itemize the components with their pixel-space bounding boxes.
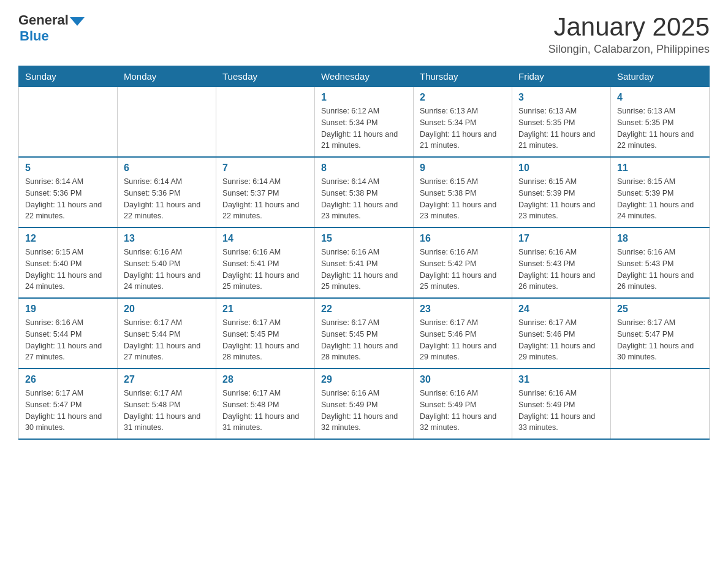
- calendar-week-row: 12Sunrise: 6:15 AMSunset: 5:40 PMDayligh…: [19, 228, 710, 298]
- header-friday: Friday: [512, 66, 611, 87]
- page-header: General Blue January 2025 Silongin, Cala…: [18, 12, 710, 56]
- day-number: 28: [222, 374, 308, 385]
- day-info: Sunrise: 6:16 AMSunset: 5:49 PMDaylight:…: [518, 388, 604, 434]
- day-number: 12: [25, 233, 111, 244]
- calendar-empty-cell: [216, 87, 315, 158]
- day-info: Sunrise: 6:17 AMSunset: 5:47 PMDaylight:…: [617, 317, 703, 363]
- day-info: Sunrise: 6:17 AMSunset: 5:48 PMDaylight:…: [124, 388, 210, 434]
- calendar-day-25: 25Sunrise: 6:17 AMSunset: 5:47 PMDayligh…: [611, 298, 710, 369]
- header-tuesday: Tuesday: [216, 66, 315, 87]
- calendar-day-6: 6Sunrise: 6:14 AMSunset: 5:36 PMDaylight…: [118, 157, 216, 228]
- location-subtitle: Silongin, Calabarzon, Philippines: [548, 43, 710, 56]
- calendar-empty-cell: [611, 369, 710, 439]
- day-info: Sunrise: 6:17 AMSunset: 5:48 PMDaylight:…: [222, 388, 308, 434]
- header-wednesday: Wednesday: [315, 66, 414, 87]
- day-info: Sunrise: 6:17 AMSunset: 5:44 PMDaylight:…: [124, 317, 210, 363]
- day-info: Sunrise: 6:16 AMSunset: 5:49 PMDaylight:…: [420, 388, 506, 434]
- day-number: 10: [518, 163, 604, 174]
- day-number: 19: [25, 304, 111, 315]
- day-number: 18: [617, 233, 703, 244]
- calendar-day-31: 31Sunrise: 6:16 AMSunset: 5:49 PMDayligh…: [512, 369, 611, 439]
- day-number: 14: [222, 233, 308, 244]
- calendar-day-10: 10Sunrise: 6:15 AMSunset: 5:39 PMDayligh…: [512, 157, 611, 228]
- calendar-week-row: 5Sunrise: 6:14 AMSunset: 5:36 PMDaylight…: [19, 157, 710, 228]
- day-number: 6: [124, 163, 210, 174]
- header-sunday: Sunday: [19, 66, 118, 87]
- calendar-day-18: 18Sunrise: 6:16 AMSunset: 5:43 PMDayligh…: [611, 228, 710, 298]
- calendar-day-21: 21Sunrise: 6:17 AMSunset: 5:45 PMDayligh…: [216, 298, 315, 369]
- day-number: 9: [420, 163, 506, 174]
- day-number: 25: [617, 304, 703, 315]
- calendar-day-9: 9Sunrise: 6:15 AMSunset: 5:38 PMDaylight…: [414, 157, 512, 228]
- header-saturday: Saturday: [611, 66, 710, 87]
- day-info: Sunrise: 6:16 AMSunset: 5:49 PMDaylight:…: [321, 388, 407, 434]
- header-thursday: Thursday: [414, 66, 512, 87]
- calendar-day-2: 2Sunrise: 6:13 AMSunset: 5:34 PMDaylight…: [414, 87, 512, 158]
- day-number: 11: [617, 163, 703, 174]
- day-info: Sunrise: 6:15 AMSunset: 5:40 PMDaylight:…: [25, 247, 111, 293]
- calendar-empty-cell: [118, 87, 216, 158]
- day-info: Sunrise: 6:15 AMSunset: 5:39 PMDaylight:…: [617, 176, 703, 222]
- calendar-week-row: 19Sunrise: 6:16 AMSunset: 5:44 PMDayligh…: [19, 298, 710, 369]
- logo-blue-text: Blue: [20, 28, 49, 44]
- title-block: January 2025 Silongin, Calabarzon, Phili…: [548, 12, 710, 56]
- day-info: Sunrise: 6:14 AMSunset: 5:37 PMDaylight:…: [222, 176, 308, 222]
- day-number: 26: [25, 374, 111, 385]
- day-info: Sunrise: 6:15 AMSunset: 5:39 PMDaylight:…: [518, 176, 604, 222]
- calendar-day-3: 3Sunrise: 6:13 AMSunset: 5:35 PMDaylight…: [512, 87, 611, 158]
- day-info: Sunrise: 6:14 AMSunset: 5:36 PMDaylight:…: [124, 176, 210, 222]
- logo-general-text: General: [18, 12, 69, 28]
- day-number: 22: [321, 304, 407, 315]
- day-number: 30: [420, 374, 506, 385]
- day-info: Sunrise: 6:16 AMSunset: 5:44 PMDaylight:…: [25, 317, 111, 363]
- calendar-day-20: 20Sunrise: 6:17 AMSunset: 5:44 PMDayligh…: [118, 298, 216, 369]
- calendar-day-8: 8Sunrise: 6:14 AMSunset: 5:38 PMDaylight…: [315, 157, 414, 228]
- calendar-day-30: 30Sunrise: 6:16 AMSunset: 5:49 PMDayligh…: [414, 369, 512, 439]
- calendar-day-16: 16Sunrise: 6:16 AMSunset: 5:42 PMDayligh…: [414, 228, 512, 298]
- calendar-header-row: SundayMondayTuesdayWednesdayThursdayFrid…: [19, 66, 710, 87]
- calendar-week-row: 26Sunrise: 6:17 AMSunset: 5:47 PMDayligh…: [19, 369, 710, 439]
- calendar-day-5: 5Sunrise: 6:14 AMSunset: 5:36 PMDaylight…: [19, 157, 118, 228]
- day-info: Sunrise: 6:17 AMSunset: 5:45 PMDaylight:…: [321, 317, 407, 363]
- day-info: Sunrise: 6:13 AMSunset: 5:34 PMDaylight:…: [420, 105, 506, 151]
- calendar-day-23: 23Sunrise: 6:17 AMSunset: 5:46 PMDayligh…: [414, 298, 512, 369]
- day-number: 8: [321, 163, 407, 174]
- day-info: Sunrise: 6:16 AMSunset: 5:41 PMDaylight:…: [321, 247, 407, 293]
- calendar-day-19: 19Sunrise: 6:16 AMSunset: 5:44 PMDayligh…: [19, 298, 118, 369]
- calendar-day-26: 26Sunrise: 6:17 AMSunset: 5:47 PMDayligh…: [19, 369, 118, 439]
- day-info: Sunrise: 6:17 AMSunset: 5:46 PMDaylight:…: [420, 317, 506, 363]
- day-info: Sunrise: 6:17 AMSunset: 5:47 PMDaylight:…: [25, 388, 111, 434]
- day-number: 31: [518, 374, 604, 385]
- day-info: Sunrise: 6:15 AMSunset: 5:38 PMDaylight:…: [420, 176, 506, 222]
- day-info: Sunrise: 6:13 AMSunset: 5:35 PMDaylight:…: [518, 105, 604, 151]
- day-number: 5: [25, 163, 111, 174]
- day-number: 4: [617, 92, 703, 103]
- calendar-table: SundayMondayTuesdayWednesdayThursdayFrid…: [18, 66, 710, 440]
- day-info: Sunrise: 6:16 AMSunset: 5:40 PMDaylight:…: [124, 247, 210, 293]
- day-number: 13: [124, 233, 210, 244]
- day-info: Sunrise: 6:16 AMSunset: 5:42 PMDaylight:…: [420, 247, 506, 293]
- calendar-day-28: 28Sunrise: 6:17 AMSunset: 5:48 PMDayligh…: [216, 369, 315, 439]
- day-info: Sunrise: 6:12 AMSunset: 5:34 PMDaylight:…: [321, 105, 407, 151]
- month-year-title: January 2025: [548, 12, 710, 42]
- day-number: 7: [222, 163, 308, 174]
- day-info: Sunrise: 6:14 AMSunset: 5:36 PMDaylight:…: [25, 176, 111, 222]
- calendar-day-24: 24Sunrise: 6:17 AMSunset: 5:46 PMDayligh…: [512, 298, 611, 369]
- day-number: 2: [420, 92, 506, 103]
- logo-triangle-icon: [70, 17, 85, 26]
- day-info: Sunrise: 6:16 AMSunset: 5:41 PMDaylight:…: [222, 247, 308, 293]
- day-number: 15: [321, 233, 407, 244]
- calendar-week-row: 1Sunrise: 6:12 AMSunset: 5:34 PMDaylight…: [19, 87, 710, 158]
- day-number: 21: [222, 304, 308, 315]
- header-monday: Monday: [118, 66, 216, 87]
- calendar-day-13: 13Sunrise: 6:16 AMSunset: 5:40 PMDayligh…: [118, 228, 216, 298]
- day-number: 1: [321, 92, 407, 103]
- day-info: Sunrise: 6:13 AMSunset: 5:35 PMDaylight:…: [617, 105, 703, 151]
- calendar-empty-cell: [19, 87, 118, 158]
- calendar-day-1: 1Sunrise: 6:12 AMSunset: 5:34 PMDaylight…: [315, 87, 414, 158]
- calendar-day-22: 22Sunrise: 6:17 AMSunset: 5:45 PMDayligh…: [315, 298, 414, 369]
- day-info: Sunrise: 6:17 AMSunset: 5:46 PMDaylight:…: [518, 317, 604, 363]
- calendar-day-14: 14Sunrise: 6:16 AMSunset: 5:41 PMDayligh…: [216, 228, 315, 298]
- day-number: 23: [420, 304, 506, 315]
- calendar-day-27: 27Sunrise: 6:17 AMSunset: 5:48 PMDayligh…: [118, 369, 216, 439]
